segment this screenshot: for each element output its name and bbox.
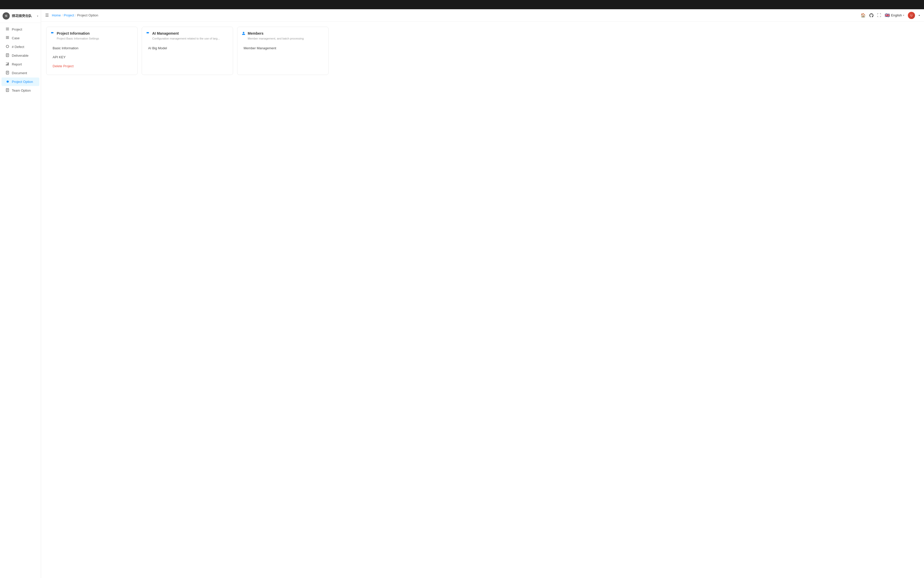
app-header: ☰ Home / Project / Project Option 🏠 ⛶ 🇬🇧 [41, 9, 924, 21]
card-icon-project-information [50, 31, 55, 36]
svg-rect-17 [6, 72, 8, 72]
card-header-ai-management: AI ManagementConfiguration management re… [146, 31, 229, 41]
card-header-text-project-information: Project InformationProject Basic Informa… [57, 31, 99, 41]
svg-rect-18 [6, 73, 8, 73]
defect-label: # Defect [12, 45, 24, 49]
project-option-icon [5, 80, 10, 84]
team-avatar: 猫 [3, 12, 10, 19]
svg-rect-10 [6, 55, 8, 55]
sidebar-nav: ProjectCase# DefectDeliverableReportDocu… [0, 23, 41, 97]
document-label: Document [12, 71, 27, 75]
lang-label: English [891, 13, 902, 17]
sidebar-item-report[interactable]: Report [2, 60, 39, 68]
svg-rect-19 [6, 73, 7, 73]
document-icon [5, 71, 10, 75]
card-item-member-management[interactable]: Member Management [242, 44, 324, 53]
report-icon [5, 62, 10, 67]
language-selector[interactable]: 🇬🇧 English ▾ [885, 13, 904, 18]
sidebar-item-deliverable[interactable]: Deliverable [2, 51, 39, 60]
svg-rect-14 [8, 63, 9, 65]
main-content: ☰ Home / Project / Project Option 🏠 ⛶ 🇬🇧 [41, 9, 924, 578]
sidebar-item-project[interactable]: Project [2, 25, 39, 34]
team-option-icon [5, 88, 10, 93]
card-items-members: Member Management [242, 44, 324, 53]
card-header-text-ai-management: AI ManagementConfiguration management re… [152, 31, 220, 41]
team-option-label: Team Option [12, 89, 31, 93]
svg-rect-13 [7, 64, 8, 65]
card-item-api-key[interactable]: API KEY [50, 53, 133, 62]
card-icon-members [242, 31, 246, 36]
chevron-down-icon: ▾ [37, 15, 38, 18]
sidebar-item-defect[interactable]: # Defect [2, 42, 39, 51]
breadcrumb: Home / Project / Project Option [52, 13, 861, 17]
svg-rect-0 [6, 28, 9, 28]
card-item-delete-project[interactable]: Delete Project [50, 62, 133, 71]
menu-toggle-button[interactable]: ☰ [45, 13, 49, 18]
svg-rect-23 [6, 91, 8, 91]
github-icon[interactable] [869, 13, 874, 18]
breadcrumb-sep-2: / [75, 13, 76, 17]
card-icon-ai-management [146, 31, 150, 36]
card-header-project-information: Project InformationProject Basic Informa… [50, 31, 133, 41]
breadcrumb-sep-1: / [62, 13, 63, 17]
svg-rect-1 [6, 29, 9, 29]
deliverable-label: Deliverable [12, 54, 29, 57]
project-icon [5, 27, 10, 32]
sidebar: 猫 狸花猫突击队 ▾ ProjectCase# DefectDeliverabl… [0, 9, 41, 578]
card-title-project-information: Project Information [57, 31, 99, 36]
defect-icon [5, 45, 10, 49]
card-title-ai-management: AI Management [152, 31, 220, 36]
svg-point-7 [6, 45, 9, 48]
project-option-label: Project Option [12, 80, 33, 84]
deliverable-icon [5, 54, 10, 58]
card-header-members: MembersMember management, and batch proc… [242, 31, 324, 41]
svg-rect-9 [6, 54, 8, 55]
card-item-ai-big-model[interactable]: AI Big Model [146, 44, 229, 53]
breadcrumb-home[interactable]: Home [52, 13, 61, 17]
card-subtitle-ai-management: Configuration management related to the … [152, 37, 220, 41]
card-title-members: Members [248, 31, 304, 36]
breadcrumb-project[interactable]: Project [64, 13, 74, 17]
page-content: Project InformationProject Basic Informa… [41, 21, 924, 578]
fullscreen-icon[interactable]: ⛶ [877, 13, 881, 18]
svg-rect-2 [6, 30, 9, 30]
top-bar [0, 0, 924, 9]
sidebar-item-project-option[interactable]: Project Option [2, 78, 39, 86]
card-header-text-members: MembersMember management, and batch proc… [248, 31, 304, 41]
flag-icon: 🇬🇧 [885, 13, 890, 18]
user-avatar[interactable]: U [908, 12, 915, 19]
card-item-basic-information[interactable]: Basic Information [50, 44, 133, 53]
team-name: 狸花猫突击队 [12, 14, 37, 18]
project-label: Project [12, 28, 22, 31]
sidebar-item-case[interactable]: Case [2, 34, 39, 42]
svg-rect-12 [6, 65, 6, 65]
more-options-icon[interactable]: • [919, 13, 920, 18]
card-project-information: Project InformationProject Basic Informa… [46, 27, 138, 75]
sidebar-item-document[interactable]: Document [2, 69, 39, 77]
card-subtitle-project-information: Project Basic Information Settings [57, 37, 99, 41]
report-label: Report [12, 62, 22, 66]
breadcrumb-current: Project Option [77, 13, 98, 17]
header-actions: 🏠 ⛶ 🇬🇧 English ▾ U • [861, 12, 920, 19]
card-ai-management: AI ManagementConfiguration management re… [142, 27, 233, 75]
card-items-project-information: Basic InformationAPI KEYDelete Project [50, 44, 133, 71]
home-icon[interactable]: 🏠 [861, 13, 866, 18]
case-icon [5, 36, 10, 40]
cards-grid: Project InformationProject Basic Informa… [46, 27, 328, 75]
card-members: MembersMember management, and batch proc… [237, 27, 328, 75]
sidebar-item-team-option[interactable]: Team Option [2, 86, 39, 95]
card-subtitle-members: Member management, and batch processing [248, 37, 304, 41]
team-header[interactable]: 猫 狸花猫突击队 ▾ [0, 9, 41, 23]
case-label: Case [12, 36, 19, 40]
lang-chevron-icon: ▾ [903, 14, 904, 17]
card-items-ai-management: AI Big Model [146, 44, 229, 53]
